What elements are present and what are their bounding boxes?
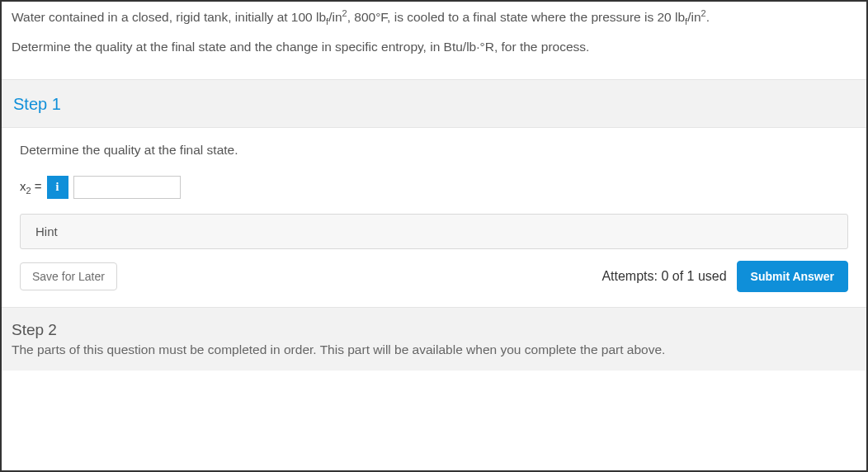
hint-bar[interactable]: Hint bbox=[20, 214, 848, 249]
step1-instruction: Determine the quality at the final state… bbox=[2, 128, 866, 168]
hint-label: Hint bbox=[35, 224, 58, 238]
step2-block: Step 2 The parts of this question must b… bbox=[2, 307, 866, 371]
label-prefix: x bbox=[20, 179, 26, 193]
action-row: Save for Later Attempts: 0 of 1 used Sub… bbox=[20, 261, 848, 292]
text-fragment: /in bbox=[328, 10, 342, 24]
text-fragment: , 800°F, is cooled to a final state wher… bbox=[347, 10, 685, 24]
step1-title: Step 1 bbox=[13, 95, 855, 114]
problem-line-2: Determine the quality at the final state… bbox=[12, 40, 856, 54]
save-for-later-label: Save for Later bbox=[32, 270, 105, 283]
question-container: Water contained in a closed, rigid tank,… bbox=[2, 2, 866, 470]
step1-header: Step 1 bbox=[2, 80, 866, 128]
answer-variable-label: x2 = bbox=[20, 179, 42, 196]
save-for-later-button[interactable]: Save for Later bbox=[20, 262, 117, 290]
step2-title: Step 2 bbox=[12, 321, 856, 339]
step2-header: Step 2 The parts of this question must b… bbox=[2, 308, 866, 371]
text-fragment: /in bbox=[687, 10, 701, 24]
answer-row: x2 = i bbox=[2, 168, 866, 210]
problem-statement: Water contained in a closed, rigid tank,… bbox=[2, 2, 866, 80]
info-icon[interactable]: i bbox=[47, 176, 68, 199]
step2-locked-message: The parts of this question must be compl… bbox=[12, 342, 856, 357]
problem-line-1: Water contained in a closed, rigid tank,… bbox=[12, 8, 856, 26]
submit-answer-label: Submit Answer bbox=[751, 270, 834, 283]
page-frame: Water contained in a closed, rigid tank,… bbox=[0, 0, 868, 472]
quality-answer-input[interactable] bbox=[73, 176, 181, 199]
submit-answer-button[interactable]: Submit Answer bbox=[737, 261, 848, 292]
text-fragment: . bbox=[706, 10, 710, 24]
label-suffix: = bbox=[31, 179, 42, 193]
attempts-counter: Attempts: 0 of 1 used bbox=[601, 269, 726, 284]
text-fragment: Water contained in a closed, rigid tank,… bbox=[12, 10, 326, 24]
